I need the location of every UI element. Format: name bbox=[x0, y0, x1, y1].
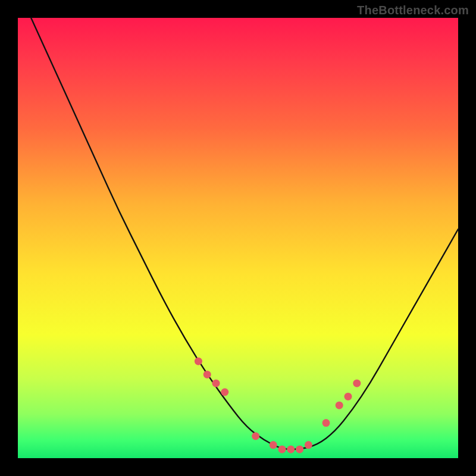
curve-marker bbox=[252, 433, 259, 440]
bottleneck-curve bbox=[31, 18, 458, 449]
curve-marker bbox=[322, 419, 330, 427]
curve-markers bbox=[195, 358, 361, 453]
curve-marker bbox=[221, 389, 228, 396]
curve-marker bbox=[270, 441, 277, 449]
curve-layer bbox=[18, 18, 458, 458]
curve-marker bbox=[345, 393, 352, 400]
curve-marker bbox=[353, 380, 361, 387]
curve-marker bbox=[336, 402, 343, 409]
curve-marker bbox=[296, 446, 303, 453]
curve-marker bbox=[195, 358, 202, 365]
plot-area bbox=[18, 18, 458, 458]
curve-marker bbox=[203, 371, 211, 378]
curve-marker bbox=[287, 446, 295, 453]
curve-marker bbox=[212, 380, 220, 387]
curve-marker bbox=[305, 441, 312, 449]
chart-frame: TheBottleneck.com bbox=[0, 0, 476, 476]
watermark-label: TheBottleneck.com bbox=[357, 4, 469, 17]
curve-marker bbox=[278, 446, 286, 453]
